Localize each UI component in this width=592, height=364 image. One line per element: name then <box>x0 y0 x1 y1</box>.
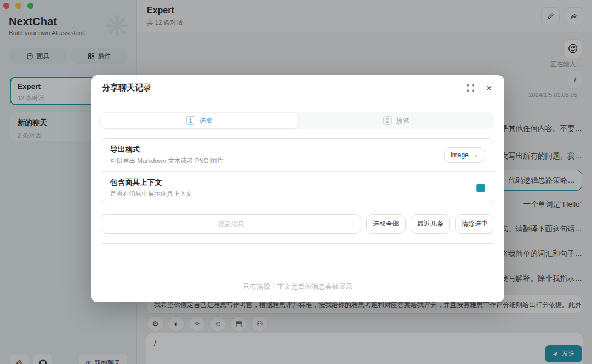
close-dialog-button[interactable]: ✕ <box>485 84 493 93</box>
step-select[interactable]: 1 选取 <box>101 113 298 128</box>
search-messages-input[interactable] <box>101 214 361 234</box>
dialog-footer-hint: 只有清除上下文之后的消息会被展示 <box>91 271 504 302</box>
step-number: 1 <box>186 116 195 125</box>
export-format-title: 导出格式 <box>110 145 223 155</box>
include-context-row: 包含面具上下文 是否在消息中展示面具上下文 <box>101 171 494 204</box>
close-icon: ✕ <box>486 84 492 93</box>
steps-bar: 1 选取 2 预览 <box>101 112 494 129</box>
divider <box>101 243 494 244</box>
export-settings-card: 导出格式 可以导出 Markdown 文本或者 PNG 图片 image ⌄ 包… <box>101 138 494 204</box>
dialog-title: 分享聊天记录 <box>102 83 151 93</box>
latest-messages-button[interactable]: 最近几条 <box>411 214 450 234</box>
step-number: 2 <box>383 116 392 125</box>
select-all-button[interactable]: 选取全部 <box>366 214 406 234</box>
clear-selection-button[interactable]: 清除选中 <box>455 214 494 234</box>
maximize-button[interactable] <box>466 84 475 93</box>
maximize-icon <box>467 84 474 92</box>
share-dialog: 分享聊天记录 ✕ 1 选取 2 预览 导出格式 可以导出 Markdown 文本… <box>91 75 504 302</box>
step-label: 选取 <box>200 116 213 126</box>
export-format-value: image <box>451 151 469 159</box>
export-format-select[interactable]: image ⌄ <box>444 147 485 163</box>
step-label: 预览 <box>396 116 409 126</box>
include-context-desc: 是否在消息中展示面具上下文 <box>110 190 192 198</box>
include-context-title: 包含面具上下文 <box>110 178 192 187</box>
include-context-checkbox[interactable] <box>476 184 485 192</box>
export-format-desc: 可以导出 Markdown 文本或者 PNG 图片 <box>110 157 223 165</box>
step-preview[interactable]: 2 预览 <box>298 113 494 128</box>
export-format-row: 导出格式 可以导出 Markdown 文本或者 PNG 图片 image ⌄ <box>101 139 494 171</box>
chevron-down-icon: ⌄ <box>474 153 479 157</box>
